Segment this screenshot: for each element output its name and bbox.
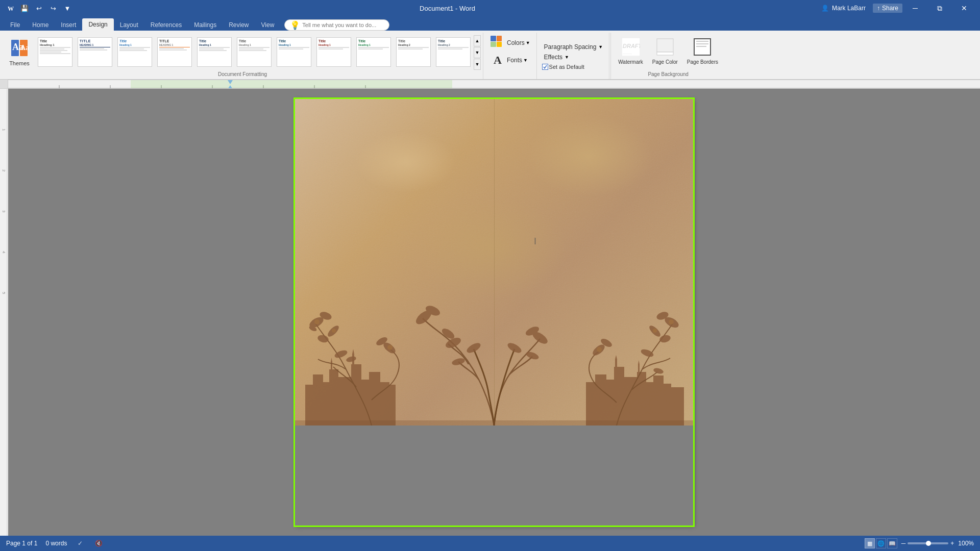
- colors-icon: [491, 36, 505, 50]
- save-button[interactable]: 💾: [18, 2, 31, 14]
- zoom-in-button[interactable]: +: [950, 540, 954, 547]
- status-right: ▦ 🌐 📖 ─ + 100%: [865, 538, 974, 548]
- tellme-container[interactable]: 💡: [280, 19, 394, 31]
- svg-rect-74: [664, 384, 671, 425]
- zoom-track[interactable]: [908, 542, 948, 544]
- svg-point-65: [506, 341, 523, 355]
- theme-item-9[interactable]: Title Heading 1: [354, 36, 393, 69]
- theme-item-10[interactable]: Title Heading 2: [394, 36, 433, 69]
- svg-rect-30: [305, 385, 313, 425]
- zoom-slider[interactable]: ─ +: [901, 540, 954, 547]
- zoom-out-button[interactable]: ─: [901, 540, 906, 547]
- theme-item-1[interactable]: Title Heading 1: [36, 36, 75, 69]
- theme-item-6[interactable]: Title Heading 1: [235, 36, 274, 69]
- theme-preview-6: Title Heading 1: [237, 37, 272, 67]
- track-changes-button[interactable]: 🔇: [93, 539, 104, 548]
- themes-label: Themes: [9, 60, 30, 66]
- theme-item-4[interactable]: Title HEADING 1: [155, 36, 194, 69]
- tab-layout[interactable]: Layout: [114, 19, 144, 31]
- close-button[interactable]: ✕: [952, 0, 976, 16]
- gallery-more-button[interactable]: ▼: [474, 59, 481, 70]
- theme-item-3[interactable]: Title Heading 1: [115, 36, 154, 69]
- watermark-button[interactable]: DRAFT ____ Watermark: [614, 36, 647, 67]
- effects-button[interactable]: Effects ▼: [542, 53, 605, 62]
- theme-item-7[interactable]: Title Heading 1: [275, 36, 313, 69]
- tab-mailings[interactable]: Mailings: [188, 19, 223, 31]
- theme-preview-7: Title Heading 1: [277, 37, 311, 67]
- document-page[interactable]: I: [295, 99, 693, 525]
- svg-rect-70: [624, 377, 637, 425]
- effects-arrow: ▼: [565, 55, 569, 60]
- svg-point-55: [387, 345, 393, 350]
- theme-item-11[interactable]: Title Heading 2: [434, 36, 473, 69]
- paragraph-spacing-arrow: ▼: [598, 44, 603, 49]
- tab-references[interactable]: References: [144, 19, 188, 31]
- tab-insert[interactable]: Insert: [55, 19, 82, 31]
- undo-button[interactable]: ↩: [33, 2, 45, 14]
- theme-item-8[interactable]: Title Heading 1: [314, 36, 353, 69]
- tab-home[interactable]: Home: [26, 19, 55, 31]
- minimize-button[interactable]: ─: [903, 0, 927, 16]
- page-background-group: DRAFT ____ Watermark Page Color: [610, 33, 725, 79]
- status-bar: Page 1 of 1 0 words ✓ 🔇 ▦ 🌐 📖 ─ + 100%: [0, 536, 980, 551]
- gallery-scroll: ▲ ▼ ▼: [474, 35, 481, 70]
- theme-preview-2: TITLE HEADING 1: [78, 37, 112, 67]
- proofing-check-button[interactable]: ✓: [75, 539, 85, 548]
- svg-rect-76: [615, 359, 617, 367]
- print-layout-button[interactable]: ▦: [865, 538, 875, 548]
- themes-button[interactable]: Aa Aa Themes: [4, 37, 35, 68]
- read-mode-button[interactable]: 📖: [887, 538, 897, 548]
- colors-fonts-group: Colors ▼ A Fonts ▼: [484, 33, 537, 79]
- svg-point-88: [669, 319, 674, 324]
- tellme-input[interactable]: [302, 22, 384, 28]
- theme-preview-1: Title Heading 1: [38, 37, 72, 67]
- page-borders-icon: [693, 38, 712, 58]
- svg-rect-73: [653, 375, 664, 425]
- svg-text:W: W: [8, 5, 14, 12]
- svg-rect-37: [369, 372, 380, 425]
- set-default-checkbox[interactable]: [542, 64, 548, 70]
- gallery-scroll-up[interactable]: ▲: [474, 35, 481, 46]
- set-as-default-row[interactable]: Set as Default: [542, 64, 605, 70]
- page-borders-button[interactable]: Page Borders: [683, 36, 722, 67]
- share-button[interactable]: ↑ Share: [873, 4, 902, 13]
- ribbon-tab-bar: File Home Insert Design Layout Reference…: [0, 16, 980, 31]
- tab-view[interactable]: View: [255, 19, 281, 31]
- svg-rect-9: [657, 39, 673, 52]
- document-formatting-label: Document Formatting: [4, 71, 481, 78]
- customize-qa-button[interactable]: ▼: [61, 2, 74, 14]
- svg-text:Aa: Aa: [20, 44, 29, 52]
- svg-rect-67: [595, 374, 606, 425]
- svg-marker-41: [352, 349, 354, 354]
- paragraph-spacing-button[interactable]: Paragraph Spacing ▼: [542, 42, 605, 52]
- redo-button[interactable]: ↪: [47, 2, 59, 14]
- fonts-button[interactable]: A Fonts ▼: [488, 52, 532, 68]
- paragraph-effects-group: Paragraph Spacing ▼ Effects ▼ Set as Def…: [538, 33, 610, 79]
- svg-rect-12: [696, 41, 708, 42]
- svg-rect-66: [586, 382, 595, 425]
- svg-marker-43: [331, 358, 332, 362]
- svg-point-89: [653, 329, 657, 333]
- web-layout-button[interactable]: 🌐: [876, 538, 886, 548]
- theme-item-5[interactable]: Title Heading 1: [195, 36, 234, 69]
- theme-preview-4: Title HEADING 1: [157, 37, 192, 67]
- ruler-corner: [0, 80, 8, 88]
- svg-marker-79: [638, 360, 640, 364]
- ribbon-content: Aa Aa Themes Title Heading 1: [0, 31, 980, 80]
- fonts-dropdown-arrow: ▼: [523, 58, 528, 63]
- page-color-button[interactable]: Page Color: [648, 36, 682, 67]
- ruler-numbers: 1 2 3 4 5: [0, 109, 8, 313]
- restore-button[interactable]: ⧉: [928, 0, 951, 16]
- tab-design[interactable]: Design: [82, 18, 113, 31]
- tab-review[interactable]: Review: [223, 19, 255, 31]
- gallery-scroll-down[interactable]: ▼: [474, 47, 481, 58]
- svg-point-83: [659, 334, 672, 343]
- colors-button[interactable]: Colors ▼: [488, 35, 532, 51]
- svg-rect-72: [646, 382, 653, 425]
- theme-item-2[interactable]: TITLE HEADING 1: [76, 36, 114, 69]
- main-content-area: 1 2 3 4 5: [0, 89, 980, 536]
- colors-dropdown-arrow: ▼: [526, 40, 530, 45]
- set-as-default-label: Set as Default: [549, 64, 584, 70]
- tab-file[interactable]: File: [4, 19, 26, 31]
- svg-point-84: [640, 348, 655, 358]
